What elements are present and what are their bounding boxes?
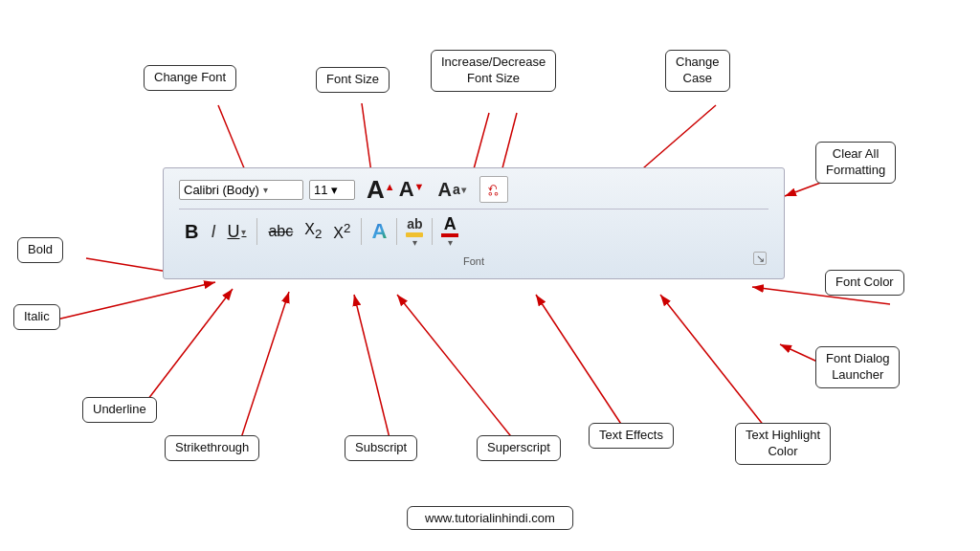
font-name-value: Calibri (Body) xyxy=(184,183,259,197)
font-name-arrow-icon: ▾ xyxy=(263,185,268,195)
font-dialog-launcher-label: Font DialogLauncher xyxy=(815,346,900,388)
italic-label: Italic xyxy=(13,304,60,330)
separator4 xyxy=(432,218,433,245)
website-label: www.tutorialinhindi.com xyxy=(407,506,573,530)
increase-font-button[interactable]: A▲ xyxy=(367,177,395,202)
svg-line-12 xyxy=(397,295,522,450)
bold-label: Bold xyxy=(17,237,63,263)
subscript-label: Subscript xyxy=(345,435,417,461)
change-case-button[interactable]: Aa ▾ xyxy=(437,179,465,201)
svg-line-10 xyxy=(237,292,289,450)
strikethrough-label: Strikethrough xyxy=(165,435,259,461)
font-size-dropdown[interactable]: 11 ▾ xyxy=(309,180,355,200)
separator1 xyxy=(256,218,257,245)
text-highlight-color-label: Text HighlightColor xyxy=(735,423,831,465)
svg-line-9 xyxy=(139,289,233,411)
ribbon-font-panel: Calibri (Body) ▾ 11 ▾ A▲ A▼ Aa ▾ ⎌ B I U… xyxy=(163,167,785,279)
increase-decrease-label: Increase/DecreaseFont Size xyxy=(431,50,556,92)
font-color-a-icon: A xyxy=(444,215,457,232)
highlight-dropdown-arrow-icon: ▾ xyxy=(412,237,417,248)
ribbon-section-label: Font ↘ xyxy=(179,255,768,267)
underline-arrow-icon: ▾ xyxy=(241,227,246,237)
font-size-inc-dec-group: A▲ A▼ xyxy=(367,177,424,202)
svg-line-8 xyxy=(53,282,215,320)
font-color-button[interactable]: A ▾ xyxy=(438,213,461,250)
decrease-font-button[interactable]: A▼ xyxy=(399,179,425,200)
font-color-label: Font Color xyxy=(825,270,904,296)
highlight-color-button[interactable]: ab ▾ xyxy=(403,214,426,250)
font-section-text: Font xyxy=(463,255,484,267)
font-size-arrow-icon: ▾ xyxy=(331,183,338,197)
clear-format-icon: ⎌ xyxy=(488,180,499,200)
italic-button[interactable]: I xyxy=(206,219,220,245)
change-case-label-big: A xyxy=(437,179,451,201)
dialog-launcher-button[interactable]: ↘ xyxy=(753,252,767,265)
superscript-button[interactable]: X2 xyxy=(328,218,355,245)
ribbon-row2: B I U▾ abc X2 X2 A ab ▾ A ▾ xyxy=(179,209,768,250)
clear-formatting-button[interactable]: ⎌ xyxy=(479,176,508,203)
svg-line-14 xyxy=(660,295,775,440)
text-effects-button[interactable]: A xyxy=(368,217,390,246)
change-font-label: Change Font xyxy=(144,65,236,91)
change-case-label-small: a xyxy=(453,182,460,197)
svg-line-13 xyxy=(536,295,632,440)
svg-line-11 xyxy=(354,295,392,450)
clear-all-formatting-label: Clear AllFormatting xyxy=(815,142,896,184)
underline-button[interactable]: U▾ xyxy=(222,219,251,245)
separator2 xyxy=(361,218,362,245)
font-size-value: 11 xyxy=(314,183,327,197)
underline-label: Underline xyxy=(82,397,157,423)
highlight-ab-text: ab xyxy=(407,216,422,231)
subscript-button[interactable]: X2 xyxy=(300,218,326,244)
font-size-label: Font Size xyxy=(316,67,390,93)
font-name-dropdown[interactable]: Calibri (Body) ▾ xyxy=(179,180,303,200)
superscript-label: Superscript xyxy=(477,435,561,461)
text-effects-label: Text Effects xyxy=(589,423,674,449)
change-case-label: ChangeCase xyxy=(665,50,730,92)
text-effects-icon: A xyxy=(371,219,387,244)
strikethrough-button[interactable]: abc xyxy=(263,220,298,243)
ribbon-row1: Calibri (Body) ▾ 11 ▾ A▲ A▼ Aa ▾ ⎌ xyxy=(179,176,768,203)
change-case-arrow-icon: ▾ xyxy=(461,185,466,195)
font-color-arrow-icon: ▾ xyxy=(448,237,453,248)
bold-button[interactable]: B xyxy=(179,218,204,246)
separator3 xyxy=(396,218,397,245)
